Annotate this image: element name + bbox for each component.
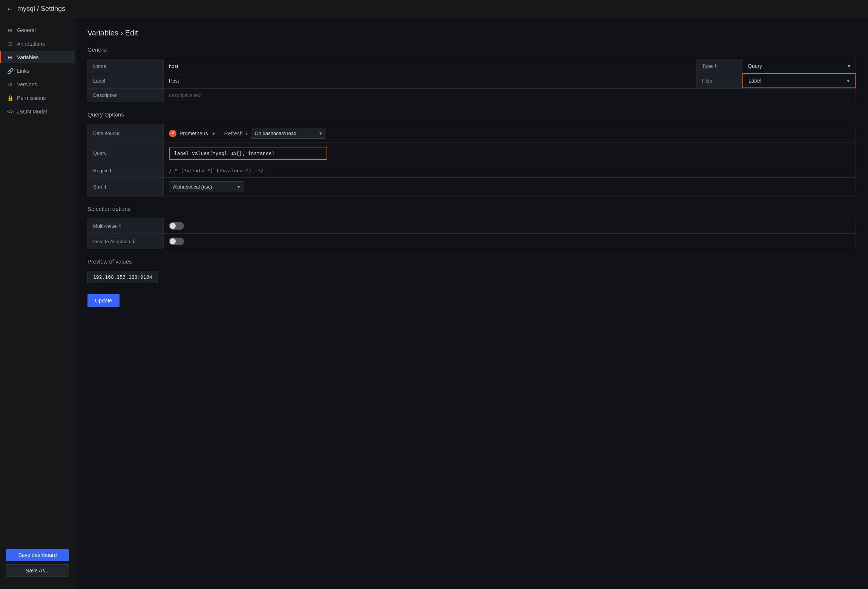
links-icon: 🔗 bbox=[7, 68, 13, 74]
label-label: Label bbox=[88, 73, 163, 88]
sidebar-label-json-model: JSON Model bbox=[17, 109, 47, 115]
hide-chevron-icon bbox=[847, 78, 850, 84]
variables-icon: ⊞ bbox=[7, 54, 13, 60]
label-value[interactable]: Host bbox=[164, 73, 696, 88]
hide-label: Hide bbox=[697, 73, 742, 88]
datasource-row: P Prometheus ▾ Refresh ℹ On dashboard lo… bbox=[164, 124, 856, 143]
refresh-label: Refresh bbox=[224, 130, 242, 137]
type-info-icon: ℹ bbox=[715, 63, 717, 69]
sort-select-value: Alphabetical (asc) bbox=[173, 184, 212, 190]
multivalue-info-icon[interactable]: ℹ bbox=[119, 223, 121, 229]
multivalue-toggle-knob bbox=[170, 223, 176, 229]
description-placeholder: descriptive text bbox=[169, 92, 202, 98]
sidebar-label-links: Links bbox=[17, 68, 29, 74]
name-label: Name bbox=[88, 59, 163, 73]
name-value[interactable]: host bbox=[164, 59, 696, 73]
sidebar-item-versions[interactable]: ↺ Versions bbox=[0, 78, 75, 90]
page-title: Variables › Edit bbox=[87, 29, 856, 37]
sidebar-item-annotations[interactable]: □ Annotations bbox=[0, 38, 75, 50]
query-options-form: Data source P Prometheus ▾ Refresh ℹ On … bbox=[87, 124, 856, 196]
preview-value: 192.168.153.128:9104 bbox=[87, 271, 158, 283]
include-all-toggle-row bbox=[164, 234, 856, 249]
include-all-label: Include All option ℹ bbox=[88, 234, 163, 249]
sidebar-item-links[interactable]: 🔗 Links bbox=[0, 65, 75, 77]
type-label: Type ℹ bbox=[697, 59, 742, 73]
json-model-icon: <> bbox=[7, 109, 13, 115]
datasource-name: Prometheus bbox=[179, 130, 208, 137]
refresh-select[interactable]: On dashboard load bbox=[251, 128, 326, 139]
hide-select-wrapper[interactable]: Label bbox=[742, 73, 856, 88]
sidebar-item-permissions[interactable]: 🔒 Permissions bbox=[0, 92, 75, 104]
query-value-row bbox=[164, 143, 856, 164]
update-button[interactable]: Update bbox=[87, 294, 120, 307]
sort-chevron-icon bbox=[238, 184, 240, 190]
refresh-select-value: On dashboard load bbox=[255, 130, 297, 136]
topbar: ← mysql / Settings bbox=[0, 0, 868, 18]
multivalue-toggle-row bbox=[164, 218, 856, 233]
versions-icon: ↺ bbox=[7, 81, 13, 87]
sort-value-row: Alphabetical (asc) bbox=[164, 178, 856, 196]
general-section-title: General bbox=[87, 46, 856, 53]
include-all-toggle[interactable] bbox=[169, 238, 184, 245]
back-button[interactable]: ← bbox=[6, 5, 14, 13]
sort-label: Sort ℹ bbox=[88, 178, 163, 196]
sidebar-item-json-model[interactable]: <> JSON Model bbox=[0, 106, 75, 118]
query-label: Query bbox=[88, 143, 163, 164]
query-options-section-title: Query Options bbox=[87, 111, 856, 118]
general-form: Name host Type ℹ Query Label Host Hide L… bbox=[87, 59, 856, 102]
type-chevron-icon bbox=[848, 63, 850, 69]
include-all-info-icon[interactable]: ℹ bbox=[132, 239, 134, 244]
general-icon: ⊞ bbox=[7, 27, 13, 33]
hide-select-value: Label bbox=[748, 78, 761, 84]
sidebar-label-general: General bbox=[17, 27, 36, 33]
permissions-icon: 🔒 bbox=[7, 95, 13, 101]
sidebar-label-permissions: Permissions bbox=[17, 95, 46, 101]
refresh-info-icon[interactable]: ℹ bbox=[246, 131, 248, 136]
sidebar-label-annotations: Annotations bbox=[17, 41, 45, 47]
main-content: Variables › Edit General Name host Type … bbox=[75, 18, 868, 589]
page-header-title: mysql / Settings bbox=[17, 5, 65, 13]
sort-select[interactable]: Alphabetical (asc) bbox=[169, 181, 244, 192]
preview-section-title: Preview of values bbox=[87, 258, 856, 265]
sidebar-bottom: Save dashboard Save As... bbox=[0, 543, 75, 583]
regex-info-icon[interactable]: ℹ bbox=[110, 168, 112, 173]
description-value[interactable]: descriptive text bbox=[164, 89, 856, 102]
sort-info-icon[interactable]: ℹ bbox=[104, 184, 106, 190]
datasource-chevron-icon[interactable]: ▾ bbox=[212, 130, 215, 137]
sidebar-item-general[interactable]: ⊞ General bbox=[0, 24, 75, 36]
sidebar-item-variables[interactable]: ⊞ Variables bbox=[0, 51, 75, 63]
description-label: Description bbox=[88, 89, 163, 102]
sidebar-label-variables: Variables bbox=[17, 54, 38, 60]
save-dashboard-button[interactable]: Save dashboard bbox=[6, 549, 69, 561]
annotations-icon: □ bbox=[7, 41, 13, 47]
sidebar-label-versions: Versions bbox=[17, 81, 37, 87]
save-as-button[interactable]: Save As... bbox=[6, 564, 69, 577]
regex-value-row: /.*-(?<text>.*)-(?<value>.*)-.*/ bbox=[164, 164, 856, 177]
regex-label: Regex ℹ bbox=[88, 164, 163, 177]
prometheus-icon: P bbox=[169, 130, 176, 137]
include-all-toggle-knob bbox=[170, 238, 176, 244]
query-input[interactable] bbox=[169, 147, 327, 160]
type-select-wrapper[interactable]: Query bbox=[742, 59, 856, 73]
sidebar: ⊞ General □ Annotations ⊞ Variables 🔗 Li… bbox=[0, 18, 75, 589]
datasource-label: Data source bbox=[88, 124, 163, 143]
multivalue-label: Multi-value ℹ bbox=[88, 218, 163, 233]
selection-options-section-title: Selection options bbox=[87, 206, 856, 212]
regex-value[interactable]: /.*-(?<text>.*)-(?<value>.*)-.*/ bbox=[169, 168, 263, 173]
refresh-chevron-icon bbox=[319, 130, 322, 136]
selection-options-form: Multi-value ℹ Include All option ℹ bbox=[87, 218, 856, 249]
type-select-value: Query bbox=[748, 63, 762, 69]
multivalue-toggle[interactable] bbox=[169, 222, 184, 230]
